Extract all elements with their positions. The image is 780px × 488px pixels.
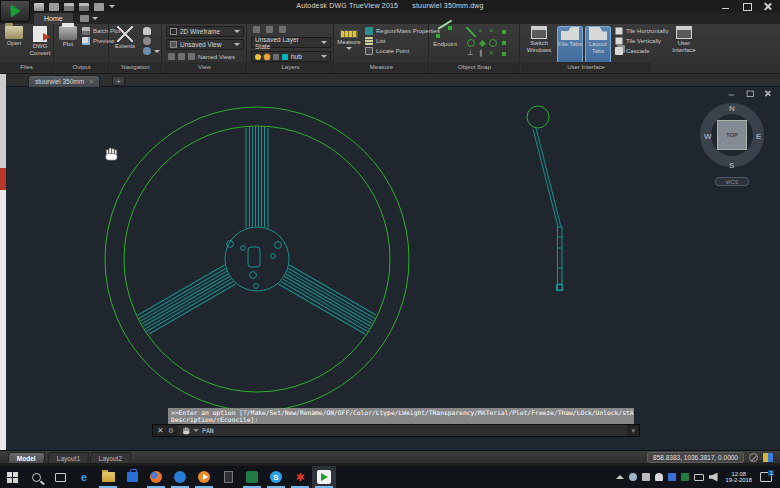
maximize-icon[interactable] [742,2,751,10]
open-button[interactable]: Open [1,26,27,62]
perpendicular-snap-icon[interactable] [466,49,476,59]
command-close-icon[interactable]: ✕ [153,426,168,435]
taskbar-dwg-trueview[interactable] [312,466,336,488]
region-mass-properties-button[interactable]: Region/Mass Properties [365,27,440,35]
application-menu-button[interactable] [0,0,30,22]
panel-label-measure[interactable]: Measure [335,62,428,72]
start-button[interactable] [0,466,24,488]
qat-plot-icon[interactable] [64,3,74,11]
panel-label-navigation[interactable]: Navigation [110,62,161,72]
pan-button[interactable] [143,27,160,35]
command-customize-icon[interactable]: ⚙ [168,427,178,435]
viewcube-wcs-menu[interactable]: WCS [715,177,749,186]
apparent-intersect-snap-icon[interactable] [488,27,498,37]
panel-label-output[interactable]: Output [55,62,108,72]
qat-undo-icon[interactable] [49,3,59,11]
onedrive-cloud-icon[interactable] [655,473,663,481]
named-views-label[interactable]: Named Views [198,54,235,60]
minimize-icon[interactable] [721,2,730,10]
drawing-close-icon[interactable] [764,90,771,96]
view-back-icon[interactable] [178,53,185,60]
layout-tabs-toggle[interactable]: Layout Tabs [585,26,611,64]
viewcube-west[interactable]: W [704,132,712,141]
close-icon[interactable] [763,2,772,10]
qat-properties-icon[interactable] [94,3,104,11]
annotation-monitor-icon[interactable] [763,453,773,462]
taskbar-media-player[interactable] [192,466,216,488]
hidden-icons-chevron-icon[interactable] [616,475,624,479]
taskbar-app-red[interactable]: ✱ [288,466,312,488]
taskbar-thunderbird[interactable] [168,466,192,488]
center-snap-icon[interactable] [466,38,476,48]
taskbar-clock[interactable]: 12:08 19-2-2018 [723,471,755,484]
taskbar-calculator[interactable] [216,466,240,488]
viewcube-south[interactable]: S [729,161,734,170]
qat-customize-icon[interactable] [109,5,115,8]
drawing-minimize-icon[interactable] [728,90,735,96]
user-interface-button[interactable]: User Interface [669,26,699,62]
taskbar-file-explorer[interactable] [96,466,120,488]
tangent-snap-icon[interactable] [488,38,498,48]
taskbar-skype[interactable]: S [264,466,288,488]
midpoint-snap-icon[interactable] [499,49,509,59]
tray-app-icon[interactable] [642,473,650,481]
isolate-objects-icon[interactable] [749,453,758,462]
taskbar-search-button[interactable] [24,466,48,488]
panel-label-view[interactable]: View [163,62,246,72]
view-state-dropdown[interactable]: Unsaved View [166,39,244,50]
network-globe-icon[interactable] [629,473,637,481]
drawing-file-tab[interactable]: stuurwiel 350mm × [28,75,100,87]
layer-state-dropdown[interactable]: Unsaved Layer State [251,37,331,48]
volume-icon[interactable] [709,473,718,482]
panel-label-user-interface[interactable]: User Interface [521,62,651,72]
dwg-convert-button[interactable]: DWG Convert [27,26,53,62]
panel-label-files[interactable]: Files [0,62,53,72]
tile-horizontally-button[interactable]: Tile Horizontally [615,27,668,35]
taskbar-store[interactable] [120,466,144,488]
ribbon-display-toggle[interactable] [80,15,98,22]
taskbar-app-green[interactable] [240,466,264,488]
tray-blue-app-icon[interactable] [668,473,676,481]
extension-snap-icon[interactable] [488,49,498,59]
layer-dropdown[interactable]: hub [251,51,331,62]
measure-button[interactable]: Measure [336,26,362,62]
zoom-button[interactable] [143,37,160,45]
qat-open-icon[interactable] [34,3,44,11]
file-tabs-toggle[interactable]: File Tabs [557,26,583,64]
node-snap-icon[interactable] [499,27,509,37]
display-icon[interactable] [694,474,704,481]
tile-vertically-button[interactable]: Tile Vertically [615,37,668,45]
drawing-restore-icon[interactable] [746,90,753,96]
cascade-button[interactable]: Cascade [615,47,668,55]
quadrant-snap-icon[interactable] [477,38,487,48]
plot-button[interactable]: Plot [55,26,81,62]
viewcube-top-face[interactable]: TOP [717,120,747,150]
visual-style-dropdown[interactable]: 2D Wireframe [166,26,244,37]
layer-state-icon[interactable] [253,26,260,33]
command-resize-handle[interactable]: ▾ [627,427,639,435]
panel-label-layers[interactable]: Layers [248,62,333,72]
nearest-snap-icon[interactable] [466,27,476,37]
layer-prev-icon[interactable] [266,26,273,33]
endpoint-button[interactable]: Endpoint [432,26,458,62]
intersection-snap-icon[interactable] [477,27,487,37]
command-input[interactable]: PAN [178,425,628,436]
insert-snap-icon[interactable] [499,38,509,48]
panel-label-object-snap[interactable]: Object Snap [430,62,519,72]
tray-green-app-icon[interactable] [681,473,689,481]
locate-point-button[interactable]: Locate Point [365,47,440,55]
named-views-icon[interactable] [188,53,195,60]
list-button[interactable]: List [365,37,440,45]
taskbar-edge[interactable]: e [72,466,96,488]
orbit-button[interactable] [143,47,160,55]
viewcube[interactable]: N S W E TOP WCS [698,95,768,190]
qat-preview-icon[interactable] [79,3,89,11]
viewcube-north[interactable]: N [729,104,735,113]
switch-windows-button[interactable]: Switch Windows [524,26,554,62]
view-icon[interactable] [168,53,175,60]
new-tab-button[interactable]: + [112,76,125,86]
parallel-snap-icon[interactable] [477,49,487,59]
extents-button[interactable]: Extents [112,26,138,62]
layer-restore-icon[interactable] [279,26,286,33]
viewcube-east[interactable]: E [756,132,761,141]
